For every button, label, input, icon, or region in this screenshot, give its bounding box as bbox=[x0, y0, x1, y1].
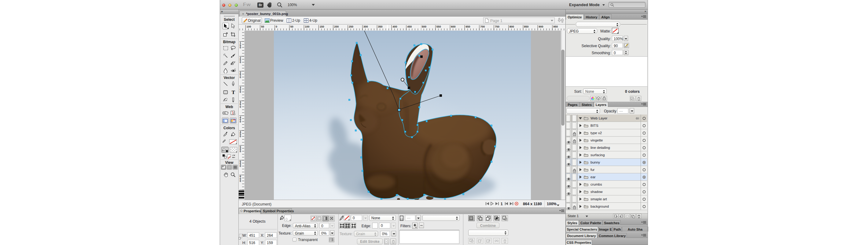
svg-text:900: 900 bbox=[538, 25, 543, 28]
svg-text:950: 950 bbox=[553, 25, 558, 28]
svg-text:50: 50 bbox=[290, 25, 293, 28]
svg-text:0: 0 bbox=[240, 61, 241, 64]
svg-text:100: 100 bbox=[246, 25, 251, 28]
svg-text:450: 450 bbox=[407, 25, 412, 28]
svg-text:550: 550 bbox=[436, 25, 441, 28]
svg-text:0: 0 bbox=[240, 135, 241, 138]
svg-text:750: 750 bbox=[495, 25, 499, 28]
svg-text:0: 0 bbox=[240, 76, 241, 79]
svg-text:0: 0 bbox=[240, 90, 241, 93]
svg-text:100: 100 bbox=[305, 25, 310, 28]
svg-text:500: 500 bbox=[422, 25, 426, 28]
svg-text:850: 850 bbox=[524, 25, 529, 28]
svg-text:T: T bbox=[232, 90, 235, 94]
svg-text:0: 0 bbox=[240, 150, 241, 153]
svg-text:1: 1 bbox=[501, 202, 503, 206]
svg-text:50: 50 bbox=[261, 25, 264, 28]
svg-text:250: 250 bbox=[349, 25, 353, 28]
svg-text:150: 150 bbox=[319, 25, 324, 28]
svg-text:700: 700 bbox=[480, 25, 485, 28]
svg-text:650: 650 bbox=[465, 25, 470, 28]
svg-text:300: 300 bbox=[363, 25, 368, 28]
svg-text:0: 0 bbox=[240, 105, 241, 108]
svg-text:400: 400 bbox=[393, 25, 397, 28]
svg-text:200: 200 bbox=[334, 25, 339, 28]
svg-text:600: 600 bbox=[451, 25, 456, 28]
svg-text:350: 350 bbox=[378, 25, 383, 28]
svg-text:0: 0 bbox=[240, 180, 241, 183]
svg-text:800: 800 bbox=[509, 25, 514, 28]
svg-text:0: 0 bbox=[240, 46, 241, 49]
svg-text:0: 0 bbox=[240, 164, 241, 167]
svg-text:0: 0 bbox=[276, 25, 277, 28]
svg-text:0: 0 bbox=[240, 120, 241, 123]
